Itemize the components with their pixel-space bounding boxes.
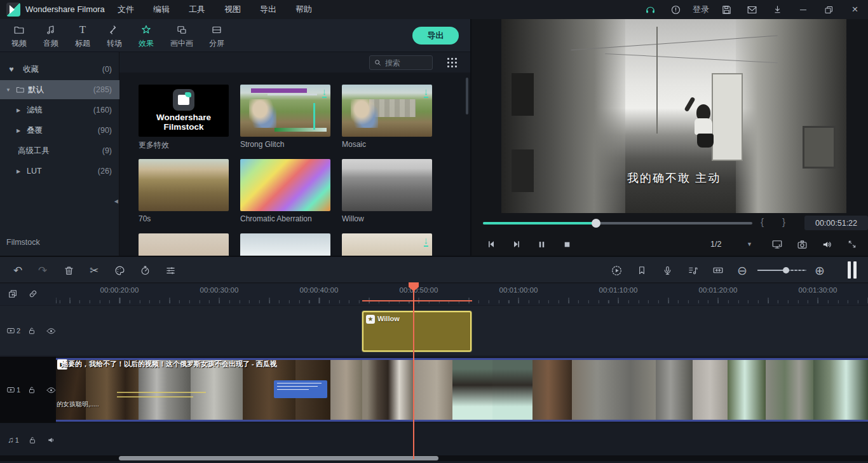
sidebar-filmstock-link[interactable]: Filmstock <box>6 238 40 247</box>
menu-tools[interactable]: 工具 <box>189 4 205 15</box>
fullscreen-icon[interactable] <box>845 237 859 251</box>
play-button[interactable] <box>510 237 524 251</box>
sidebar-item-lut[interactable]: ▶ LUT (26) <box>0 162 119 181</box>
seek-handle[interactable] <box>592 219 600 228</box>
effect-card-70s[interactable]: 70s <box>139 159 229 223</box>
support-headset-icon[interactable] <box>637 0 663 19</box>
effect-card-filmstock[interactable]: Wondershare Filmstock 更多特效 <box>139 85 229 151</box>
grid-view-icon[interactable] <box>447 58 449 60</box>
audio-track-1-header: ♫ 1 <box>0 424 56 455</box>
tab-video[interactable]: 视频 <box>4 23 34 49</box>
effect-card-willow[interactable]: Willow <box>342 159 432 223</box>
sidebar-item-overlays[interactable]: ▶ 叠覆 (90) <box>0 121 119 140</box>
tab-audio[interactable]: 音频 <box>36 23 65 49</box>
mail-icon[interactable] <box>739 0 764 19</box>
video-track-icon <box>6 326 15 335</box>
playhead-line[interactable] <box>413 282 414 459</box>
tab-titles[interactable]: T 标题 <box>68 23 97 49</box>
volume-icon[interactable] <box>820 237 834 251</box>
timeline-zoom-slider[interactable] <box>757 270 806 271</box>
mark-in-button[interactable]: { <box>761 216 764 227</box>
effect-clip-willow[interactable]: ★ Willow <box>362 311 471 352</box>
menu-edit[interactable]: 编辑 <box>153 4 170 15</box>
login-button[interactable]: 登录 <box>688 0 714 19</box>
audio-track-1[interactable]: ♫ 1 <box>0 424 868 455</box>
effect-card-partial[interactable] <box>139 233 229 256</box>
zoom-slider-handle[interactable] <box>783 267 789 273</box>
effect-card-chromatic-aberration[interactable]: Chromatic Aberration <box>240 159 330 223</box>
minimize-button[interactable] <box>790 0 816 19</box>
search-icon <box>374 59 382 67</box>
tab-effects[interactable]: 效果 <box>132 23 161 49</box>
sidebar-item-filters[interactable]: ▶ 滤镜 (160) <box>0 100 119 120</box>
preview-quality-dropdown[interactable]: 1/2 ▼ <box>704 236 759 252</box>
download-icon[interactable] <box>764 0 790 19</box>
mark-out-button[interactable]: } <box>782 216 785 227</box>
undo-button[interactable]: ↶ <box>10 263 25 278</box>
close-button[interactable]: × <box>842 0 868 19</box>
zoom-out-button[interactable]: ⊖ <box>735 263 750 278</box>
lock-icon[interactable] <box>27 326 36 335</box>
tab-transitions[interactable]: 转场 <box>100 23 129 49</box>
caret-right-icon: ▶ <box>14 169 23 174</box>
audio-mixer-button[interactable] <box>685 263 700 278</box>
marker-button[interactable] <box>634 263 649 278</box>
adjust-sliders-button[interactable] <box>163 263 178 278</box>
link-button[interactable] <box>25 286 41 301</box>
sidebar-item-advanced-tools[interactable]: 高级工具 (9) <box>0 141 119 160</box>
delete-button[interactable] <box>61 263 76 278</box>
tab-pip[interactable]: 画中画 <box>164 23 200 49</box>
search-box[interactable] <box>369 55 433 70</box>
info-icon[interactable] <box>663 0 688 19</box>
lock-icon[interactable] <box>28 436 37 445</box>
effect-card-mosaic[interactable]: ↓ Mosaic <box>342 85 432 149</box>
menu-file[interactable]: 文件 <box>118 4 134 15</box>
effects-scrollbar[interactable] <box>466 78 468 114</box>
eye-icon[interactable] <box>46 326 56 336</box>
search-input[interactable] <box>385 59 424 67</box>
speed-timer-button[interactable] <box>137 263 153 278</box>
timeline-ruler[interactable]: 00:00:20:00 00:00:30:00 00:00:40:00 00:0… <box>0 284 868 305</box>
zoom-in-button[interactable]: ⊕ <box>812 263 827 278</box>
download-effect-icon: ↓ <box>322 86 327 98</box>
panel-collapse-icon[interactable]: ◀ <box>114 198 118 204</box>
voiceover-mic-button[interactable] <box>660 263 675 278</box>
redo-button[interactable]: ↷ <box>35 263 50 278</box>
restore-button[interactable] <box>816 0 842 19</box>
effect-card-partial[interactable]: ↓ <box>342 233 432 256</box>
menu-view[interactable]: 视图 <box>224 4 241 15</box>
download-effect-icon: ↓ <box>424 86 429 98</box>
duplicate-button[interactable] <box>5 286 20 301</box>
effects-library-panel: Wondershare Filmstock 更多特效 ↓ Strong Glit… <box>119 52 470 256</box>
seek-bar[interactable] <box>483 222 752 225</box>
color-palette-button[interactable] <box>112 263 127 278</box>
pause-button[interactable] <box>534 237 548 251</box>
save-icon[interactable] <box>714 0 739 19</box>
tab-splitscreen[interactable]: 分屏 <box>202 23 231 49</box>
menu-help[interactable]: 帮助 <box>295 4 312 15</box>
fit-timeline-button[interactable] <box>710 263 726 278</box>
menu-export[interactable]: 导出 <box>260 4 276 15</box>
stop-button[interactable] <box>560 237 574 251</box>
timeline-hscrollbar-thumb[interactable] <box>119 456 438 460</box>
video-track-icon <box>6 385 15 394</box>
pip-icon <box>164 23 200 37</box>
export-button[interactable]: 导出 <box>412 27 459 45</box>
speaker-icon[interactable] <box>47 436 56 445</box>
render-preview-button[interactable] <box>609 263 624 278</box>
split-scissors-button[interactable]: ✂ <box>86 263 102 278</box>
clip-text-overlay <box>117 392 212 401</box>
sidebar-item-favorites[interactable]: ♥ 收藏 (0) <box>0 60 119 79</box>
timeline-pause-bars-icon[interactable] <box>848 261 858 279</box>
sidebar-item-default[interactable]: ▼ 默认 (285) <box>0 80 119 99</box>
lock-icon[interactable] <box>27 385 36 394</box>
eye-icon[interactable] <box>46 385 56 395</box>
previous-frame-button[interactable] <box>484 237 498 251</box>
second-screen-icon[interactable] <box>770 237 784 251</box>
effect-card-partial[interactable] <box>240 233 330 256</box>
effects-category-sidebar: ♥ 收藏 (0) ▼ 默认 (285) ▶ 滤镜 (160) ▶ 叠覆 (90)… <box>0 52 119 256</box>
caret-down-icon: ▼ <box>4 87 13 93</box>
snapshot-camera-icon[interactable] <box>795 237 809 251</box>
effect-card-strong-glitch[interactable]: ↓ Strong Glitch <box>240 85 330 149</box>
timeline-hscrollbar[interactable] <box>0 455 868 461</box>
